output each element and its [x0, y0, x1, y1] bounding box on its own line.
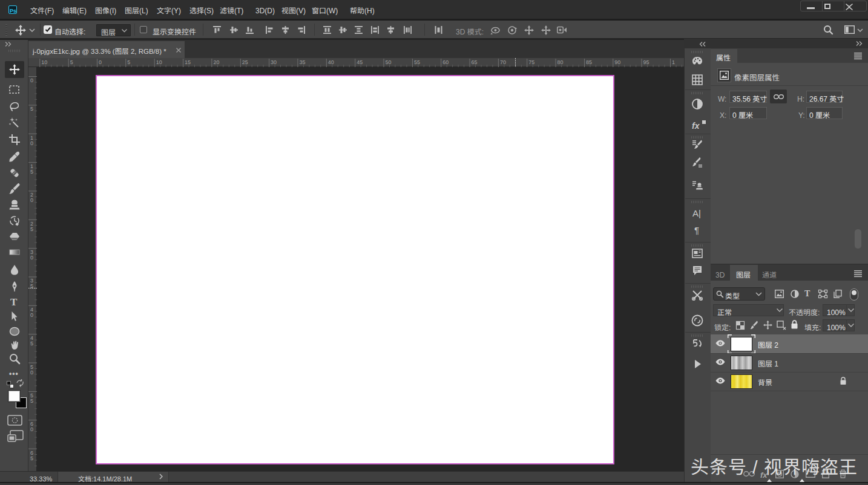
svg-text:30: 30 [271, 59, 277, 65]
svg-text:85: 85 [586, 59, 592, 65]
svg-text:20: 20 [213, 59, 219, 65]
svg-text:80: 80 [557, 59, 564, 65]
svg-text:0: 0 [30, 197, 33, 203]
svg-text:75: 75 [528, 59, 534, 65]
svg-text:70: 70 [500, 59, 506, 65]
svg-text:5: 5 [30, 226, 33, 232]
svg-text:25: 25 [242, 59, 248, 65]
svg-text:0: 0 [30, 369, 33, 376]
svg-text:1: 1 [672, 59, 675, 65]
svg-text:40: 40 [328, 59, 334, 65]
svg-text:0: 0 [30, 77, 33, 83]
svg-text:10: 10 [41, 59, 47, 65]
svg-text:0: 0 [99, 59, 102, 65]
svg-text:5: 5 [127, 59, 130, 65]
svg-text:5: 5 [30, 398, 33, 404]
svg-text:0: 0 [30, 140, 33, 146]
svg-text:5: 5 [70, 59, 73, 65]
svg-text:55: 55 [414, 59, 420, 65]
svg-text:15: 15 [185, 59, 191, 65]
svg-text:5: 5 [30, 169, 33, 175]
svg-text:0: 0 [30, 426, 33, 432]
svg-text:0: 0 [30, 255, 33, 261]
svg-text:45: 45 [357, 59, 363, 65]
svg-text:5: 5 [30, 340, 33, 347]
svg-text:10: 10 [156, 59, 162, 65]
svg-text:95: 95 [643, 59, 649, 65]
svg-text:50: 50 [386, 59, 392, 65]
svg-text:5: 5 [30, 455, 33, 461]
svg-text:60: 60 [442, 59, 449, 65]
svg-text:5: 5 [30, 106, 33, 112]
svg-text:65: 65 [472, 59, 478, 65]
svg-text:0: 0 [30, 312, 33, 318]
svg-text:90: 90 [614, 59, 620, 65]
svg-text:35: 35 [299, 59, 305, 65]
